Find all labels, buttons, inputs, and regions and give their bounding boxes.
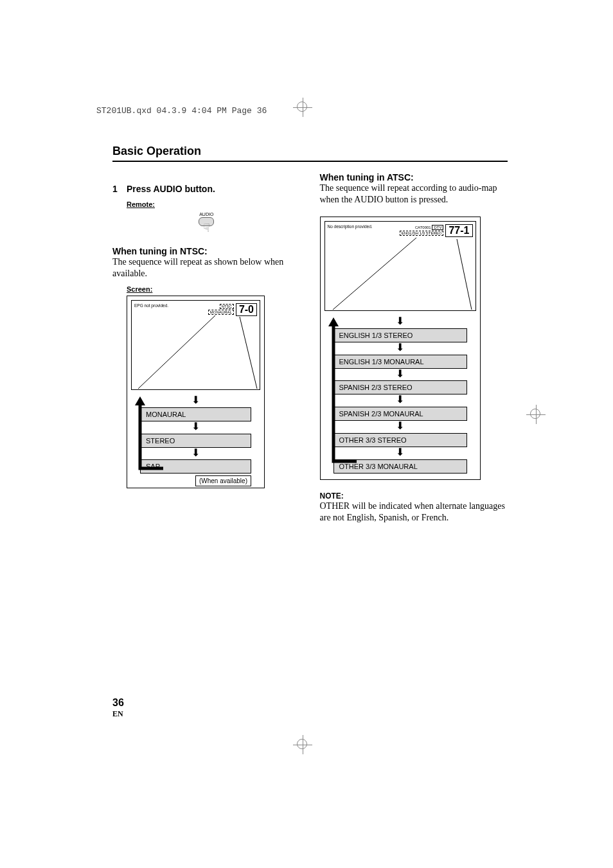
note-text: OTHER will be indicated when alternate l… xyxy=(320,500,508,523)
screen-label: Screen: xyxy=(127,285,301,293)
remote-button-label: AUDIO xyxy=(199,212,214,217)
prepress-header: ST201UB.qxd 04.3.9 4:04 PM Page 36 xyxy=(96,106,267,116)
ntsc-heading: When tuning in NTSC: xyxy=(112,246,301,256)
registration-mark-right xyxy=(530,409,540,419)
loop-arrow-icon xyxy=(321,314,481,481)
left-column: 1 Press AUDIO button. Remote: AUDIO ☟ Wh… xyxy=(112,170,301,527)
loop-arrow-icon xyxy=(127,393,265,489)
svg-marker-5 xyxy=(328,317,339,326)
zoom-callout-lines-icon xyxy=(325,222,477,312)
page-number: 36 xyxy=(112,697,124,709)
registration-mark-bottom xyxy=(297,739,307,749)
press-hand-icon: ☟ xyxy=(199,225,214,232)
svg-line-1 xyxy=(240,317,257,389)
svg-line-0 xyxy=(138,315,215,389)
atsc-screen: No description provided. CAT0001 DTV ENG… xyxy=(324,221,476,311)
atsc-heading: When tuning in ATSC: xyxy=(320,172,508,182)
right-column: When tuning in ATSC: The sequence will r… xyxy=(320,170,508,527)
note-label: NOTE: xyxy=(320,492,508,500)
page-language: EN xyxy=(112,709,123,719)
svg-marker-2 xyxy=(135,396,145,405)
ntsc-screen-figure: EPG not provided. NTSC MONAURAL 7-0 xyxy=(127,296,265,488)
atsc-screen-figure: No description provided. CAT0001 DTV ENG… xyxy=(320,217,481,480)
svg-line-4 xyxy=(457,239,472,310)
zoom-callout-lines-icon xyxy=(132,301,260,391)
step-1: 1 Press AUDIO button. xyxy=(112,184,301,194)
manual-page: Basic Operation 1 Press AUDIO button. Re… xyxy=(112,145,508,527)
registration-mark-top xyxy=(297,102,307,112)
svg-line-3 xyxy=(333,238,416,310)
remote-label: Remote: xyxy=(127,200,301,208)
atsc-text: The sequence will repeat according to au… xyxy=(320,182,508,205)
ntsc-screen: EPG not provided. NTSC MONAURAL 7-0 xyxy=(131,300,260,390)
step-text: Press AUDIO button. xyxy=(127,184,215,194)
step-number: 1 xyxy=(112,184,124,194)
ntsc-text: The sequence will repeat as shown below … xyxy=(112,256,301,279)
remote-audio-icon: AUDIO ☟ xyxy=(112,212,301,235)
section-title: Basic Operation xyxy=(112,145,508,162)
